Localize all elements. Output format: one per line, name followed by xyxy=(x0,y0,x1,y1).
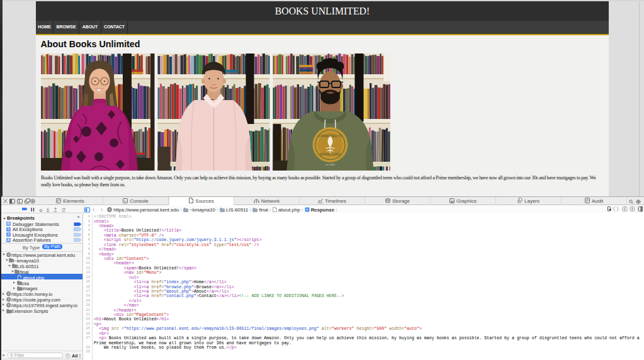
svg-text:est. 2020: est. 2020 xyxy=(325,164,334,166)
svg-text:COMMITTED TO: COMMITTED TO xyxy=(318,134,342,138)
svg-text:SAVING LIVES: SAVING LIVES xyxy=(319,152,341,156)
